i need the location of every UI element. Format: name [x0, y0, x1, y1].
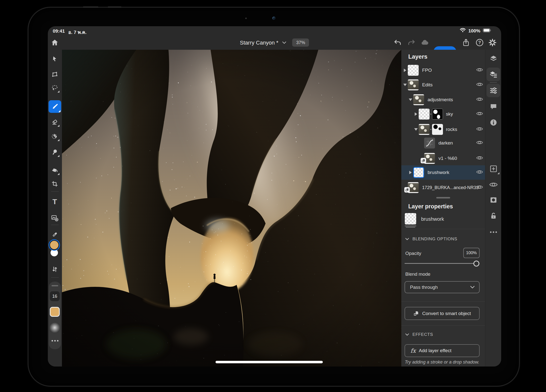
visibility-eye-icon[interactable] [489, 181, 498, 188]
canvas[interactable] [62, 50, 401, 367]
chevron-down-icon [405, 333, 409, 336]
help-button[interactable]: ? [476, 39, 484, 47]
layers-panel-title: Layers [408, 53, 427, 60]
layer-stack-lines [405, 225, 416, 227]
lasso-select-tool[interactable] [49, 82, 60, 93]
expand-arrow-icon[interactable] [415, 112, 417, 116]
layer-row-sky[interactable]: sky [401, 107, 485, 121]
collapse-arrow-icon[interactable] [409, 98, 412, 101]
fx-icon: fx [410, 347, 416, 354]
opacity-slider-track[interactable] [405, 263, 476, 264]
convert-to-smart-object-button[interactable]: Convert to smart object [405, 307, 480, 320]
document-title-group[interactable]: Starry Canyon * 37% [240, 39, 309, 47]
blend-mode-label: Blend mode [405, 271, 430, 277]
layer-row-rocks[interactable]: rocks [401, 122, 485, 137]
help-glyph: ? [478, 40, 481, 45]
healing-brush-tool[interactable] [49, 131, 60, 142]
layer-thumbnail[interactable] [408, 79, 419, 90]
visibility-eye-icon[interactable] [476, 155, 483, 162]
swap-colors-icon[interactable] [49, 264, 60, 275]
mask-icon[interactable] [490, 196, 497, 203]
visibility-eye-icon[interactable] [476, 169, 483, 176]
layer-row-v1[interactable]: v1 - %60 [401, 151, 485, 166]
add-layer-effect-button[interactable]: fx Add layer effect [405, 344, 480, 357]
redo-button[interactable] [408, 39, 415, 46]
add-layer-icon[interactable] [490, 165, 497, 173]
foreground-color-well[interactable] [50, 241, 58, 249]
visibility-eye-icon[interactable] [476, 82, 483, 88]
right-rail [485, 50, 501, 367]
document-title[interactable]: Starry Canyon * [240, 39, 278, 46]
home-indicator[interactable] [216, 361, 323, 363]
eyedropper-tool[interactable] [49, 229, 60, 240]
layer-mask-thumbnail[interactable] [432, 124, 443, 135]
visibility-eye-icon[interactable] [476, 67, 483, 74]
layer-row-fpo[interactable]: FPO [401, 63, 485, 77]
brush-options-panel: 16 [49, 282, 61, 349]
layer-mask-thumbnail[interactable] [432, 109, 443, 120]
opacity-value[interactable]: 100% [463, 248, 480, 258]
layer-row-edits[interactable]: Edits [401, 78, 485, 92]
zoom-level-badge[interactable]: 37% [292, 39, 309, 47]
settings-gear-icon[interactable] [489, 39, 496, 47]
visibility-eye-icon[interactable] [476, 126, 483, 133]
comments-icon[interactable] [490, 103, 497, 110]
place-image-tool[interactable] [49, 213, 60, 223]
blending-options-header[interactable]: BLENDING OPTIONS [405, 237, 457, 242]
opacity-slider-knob[interactable] [473, 261, 479, 267]
type-tool[interactable]: T [49, 196, 60, 207]
collapse-arrow-icon[interactable] [403, 84, 407, 86]
layer-row-1729[interactable]: 1729_BURKA...anced-NR33 [401, 180, 485, 195]
front-camera [272, 17, 275, 20]
brush-size-badge[interactable]: 16 [50, 291, 60, 301]
fill-tool[interactable] [49, 165, 60, 176]
visibility-eye-icon[interactable] [476, 184, 483, 191]
layer-detail-button-active[interactable] [487, 68, 500, 81]
layer-row-brushwork-selected[interactable]: brushwork [401, 165, 485, 180]
brush-hardness-preview[interactable] [50, 323, 60, 333]
layers-icon[interactable] [490, 55, 497, 62]
export-icon[interactable] [462, 39, 470, 47]
panel-resize-handle[interactable] [436, 197, 450, 198]
layer-properties-title: Layer properties [408, 203, 453, 210]
layer-thumbnail[interactable] [408, 65, 419, 76]
home-button[interactable] [51, 39, 58, 46]
mic-dot [245, 18, 247, 19]
layer-thumbnail[interactable] [419, 124, 430, 135]
transform-tool[interactable] [49, 69, 60, 80]
layer-row-darken[interactable]: darken [401, 136, 485, 150]
clone-stamp-tool[interactable] [49, 147, 60, 158]
unlock-icon[interactable] [490, 212, 497, 220]
more-options-icon[interactable] [490, 231, 497, 233]
eraser-tool[interactable] [49, 117, 60, 127]
crop-tool[interactable] [49, 178, 60, 189]
visibility-eye-icon[interactable] [476, 111, 483, 117]
properties-sliders-button-active[interactable] [487, 84, 500, 97]
adjustment-curves-thumbnail[interactable] [424, 138, 435, 148]
layer-thumbnail[interactable] [413, 94, 424, 105]
wifi-icon [460, 28, 466, 34]
cloud-sync-icon[interactable] [421, 39, 429, 46]
undo-button[interactable] [394, 39, 401, 46]
screen: 09:41 อ. 7 พ.ค. 100% Starry Canyon * [48, 26, 501, 367]
brush-color-swatch[interactable] [50, 307, 60, 317]
mask-link-dot [430, 129, 431, 130]
visibility-eye-icon[interactable] [476, 97, 483, 103]
collapse-arrow-icon[interactable] [414, 128, 418, 131]
clock: 09:41 [53, 28, 65, 36]
visibility-eye-icon[interactable] [476, 140, 483, 146]
brush-tool[interactable] [49, 100, 61, 113]
layer-row-adjustments[interactable]: adjustments [401, 93, 485, 107]
expand-arrow-icon[interactable] [409, 171, 412, 174]
expand-arrow-icon[interactable] [404, 69, 406, 72]
move-tool[interactable] [49, 53, 60, 64]
drag-handle[interactable] [52, 285, 58, 286]
layer-thumbnail[interactable] [419, 109, 430, 120]
more-tools-icon[interactable] [52, 340, 58, 342]
blend-mode-dropdown[interactable]: Pass through [405, 281, 480, 293]
info-icon[interactable] [490, 119, 497, 126]
effects-header[interactable]: EFFECTS [405, 332, 433, 337]
background-color-well[interactable] [51, 249, 58, 256]
layer-thumbnail-selected[interactable] [413, 167, 424, 178]
chevron-down-icon [470, 286, 475, 289]
